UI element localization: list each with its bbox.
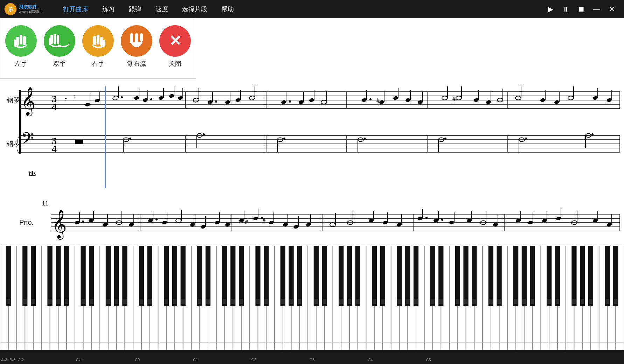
svg-text:#: # — [263, 217, 265, 223]
svg-point-145 — [525, 138, 527, 140]
right-hand-icon — [89, 32, 107, 50]
svg-point-66 — [158, 96, 164, 100]
svg-point-186 — [225, 222, 230, 227]
waterfall-icon-circle — [121, 25, 152, 57]
close-icon: ✕ — [169, 34, 181, 48]
svg-point-173 — [148, 218, 153, 223]
svg-point-117 — [540, 98, 546, 102]
svg-point-239 — [606, 222, 612, 227]
left-hand-button[interactable]: 左手 — [5, 25, 37, 68]
svg-point-201 — [305, 222, 311, 227]
menu-speed[interactable]: 速度 — [148, 0, 175, 18]
menu-follow[interactable]: 跟弹 — [122, 0, 148, 18]
both-hands-label: 双手 — [53, 59, 66, 68]
popup-close-button[interactable]: ✕ 关闭 — [159, 25, 191, 68]
svg-text:乐: 乐 — [8, 7, 13, 12]
left-hand-icon-circle — [5, 25, 37, 57]
svg-point-165 — [88, 218, 94, 223]
logo-icon: 乐 — [4, 3, 17, 15]
svg-point-148 — [591, 133, 594, 135]
svg-text:𝄢: 𝄢 — [21, 130, 34, 151]
svg-point-203 — [330, 223, 335, 227]
waterfall-button[interactable]: 瀑布流 — [121, 25, 152, 68]
svg-point-63 — [143, 98, 148, 102]
both-hands-button[interactable]: 双手 — [44, 25, 75, 68]
svg-rect-127 — [75, 140, 83, 144]
svg-point-70 — [178, 96, 183, 100]
second-score-svg: 11 Pno. 𝄞 — [0, 197, 624, 246]
svg-point-199 — [293, 224, 299, 229]
titlebar: 乐 河东软件 www.pc0359.cn 打开曲库 练习 跟弹 速度 选择片段 … — [0, 0, 624, 18]
minimize-button[interactable]: — — [590, 3, 603, 15]
svg-point-178 — [176, 219, 181, 223]
svg-point-100 — [405, 98, 411, 102]
menu-help[interactable]: 帮助 — [214, 0, 241, 18]
keyboard-area — [0, 246, 624, 364]
svg-point-218 — [441, 219, 443, 221]
svg-point-188 — [239, 218, 244, 223]
svg-point-76 — [215, 100, 217, 103]
svg-point-133 — [203, 133, 205, 135]
svg-point-209 — [382, 220, 388, 225]
svg-rect-4 — [23, 36, 26, 45]
window-controls: ▶ ⏸ ⏹ — ✕ — [544, 3, 624, 15]
svg-point-191 — [253, 216, 258, 220]
svg-point-107 — [456, 96, 462, 100]
svg-rect-15 — [100, 37, 103, 46]
left-hand-icon — [12, 32, 30, 50]
svg-point-207 — [368, 218, 374, 223]
svg-text:#: # — [452, 96, 456, 103]
svg-point-225 — [493, 222, 498, 227]
svg-point-139 — [364, 138, 366, 140]
svg-point-176 — [162, 220, 167, 225]
svg-point-233 — [556, 216, 561, 220]
svg-point-60 — [121, 96, 123, 98]
svg-point-125 — [606, 98, 612, 102]
piano-roll-section: 11 Pno. 𝄞 — [0, 197, 624, 246]
svg-rect-16 — [93, 36, 96, 45]
svg-point-81 — [249, 96, 255, 101]
svg-point-184 — [214, 220, 220, 225]
svg-point-215 — [425, 217, 428, 219]
svg-point-136 — [283, 138, 285, 140]
logo-area: 乐 河东软件 www.pc0359.cn — [0, 3, 56, 15]
close-icon-circle: ✕ — [159, 25, 191, 57]
close-button[interactable]: ✕ — [606, 3, 618, 15]
svg-rect-18 — [130, 33, 133, 44]
svg-rect-12 — [57, 35, 59, 44]
svg-point-142 — [444, 138, 446, 140]
svg-point-68 — [169, 93, 174, 98]
menu-practice[interactable]: 练习 — [95, 0, 122, 18]
svg-point-115 — [515, 96, 521, 100]
svg-point-219 — [449, 220, 455, 225]
svg-point-180 — [190, 222, 195, 227]
svg-point-83 — [281, 100, 286, 104]
svg-point-86 — [298, 100, 304, 104]
waterfall-icon — [127, 32, 146, 50]
svg-text:𝄞: 𝄞 — [21, 87, 35, 117]
stop-button[interactable]: ⏹ — [575, 3, 588, 15]
svg-rect-13 — [49, 38, 51, 45]
svg-rect-2 — [20, 35, 22, 44]
svg-point-92 — [361, 98, 367, 102]
menu-select-section[interactable]: 选择片段 — [175, 0, 214, 18]
svg-rect-14 — [97, 35, 99, 44]
svg-point-88 — [309, 98, 314, 102]
pause-button[interactable]: ⏸ — [560, 3, 572, 15]
measure-number: 11 — [42, 201, 48, 206]
keyboard-canvas[interactable] — [0, 246, 624, 364]
playback-line — [105, 86, 106, 188]
svg-point-237 — [592, 218, 598, 223]
svg-point-79 — [235, 98, 241, 102]
waterfall-label: 瀑布流 — [127, 59, 146, 68]
menu-open-library[interactable]: 打开曲库 — [56, 0, 95, 18]
right-hand-button[interactable]: 右手 — [82, 25, 114, 68]
right-hand-label: 右手 — [92, 59, 104, 68]
svg-point-175 — [155, 218, 158, 220]
svg-rect-20 — [140, 33, 143, 42]
svg-text:4: 4 — [52, 143, 57, 154]
svg-point-197 — [283, 222, 288, 227]
play-button[interactable]: ▶ — [544, 3, 557, 15]
svg-point-121 — [568, 96, 574, 100]
svg-text:𝄾: 𝄾 — [65, 98, 67, 101]
